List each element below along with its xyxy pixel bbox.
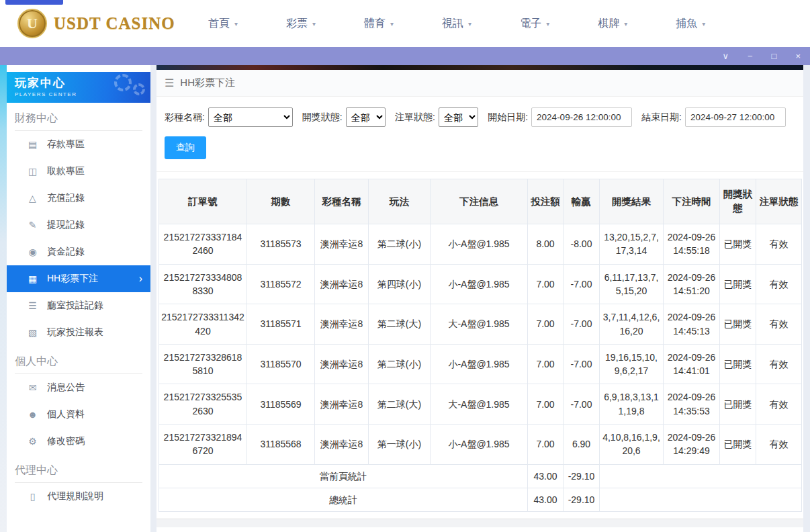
total-summary-winloss: -29.10 [564,488,600,511]
lottery-name-select[interactable]: 全部 [208,107,293,127]
sidebar-item-funds-record[interactable]: ◉資金記錄 [7,238,150,265]
table-cell: -7.00 [564,304,600,345]
table-cell: 2152172733311342420 [159,304,247,345]
total-summary-row: 總統計 43.00 -29.10 [159,488,802,511]
table-cell: 31185571 [247,304,315,345]
nav-item-sports[interactable]: 體育▾ [364,17,394,31]
table-header-row: 訂單號期數彩種名稱玩法下注信息投注額輸贏開獎結果下注時間開獎狀態注單狀態 [159,179,802,224]
table-cell: 小-A盤@1.985 [431,224,528,265]
announcement-icon: ✉ [27,382,38,393]
nav-item-slots[interactable]: 電子▾ [520,17,549,31]
nav-item-lottery[interactable]: 彩票▾ [286,17,316,31]
table-row: 215217273334808833031185572澳洲幸运8第四球(小)小-… [159,264,802,304]
window-minimize-icon[interactable]: − [748,52,753,60]
nav-item-video[interactable]: 視訊▾ [442,17,471,31]
query-button[interactable]: 查詢 [165,136,206,159]
chevron-down-icon: ▾ [624,20,627,28]
total-summary-empty [600,488,802,511]
table-cell: 有效 [756,425,802,465]
nav-item-label: 視訊 [442,17,463,31]
main-content: ☰ HH彩票下注 彩種名稱: 全部 開獎狀態: 全部 注單狀態: 全部 [156,65,803,532]
person-icon: ☻ [27,409,38,420]
sidebar-item-announcements[interactable]: ✉消息公告 [7,374,150,401]
end-date-input[interactable] [685,107,786,127]
sidebar-item-recharge-record[interactable]: △充值記錄 [7,185,150,212]
window-maximize-icon[interactable]: □ [772,52,777,60]
sidebar-item-label: 資金記錄 [47,246,85,258]
table-cell: 有效 [756,304,802,345]
table-cell: 31185568 [247,425,315,465]
table-row: 215217273321894672031185568澳洲幸运8第一球(小)小-… [159,425,802,465]
sidebar-item-withdrawal-record[interactable]: ✎提現記錄 [7,212,150,238]
column-header: 注單狀態 [756,179,802,224]
nav-item-home[interactable]: 首頁▾ [208,17,238,31]
table-cell: 2024-09-26 14:41:01 [664,344,720,384]
sidebar-item-label: 玩家投注報表 [47,326,103,339]
draw-status-select[interactable]: 全部 [346,107,386,127]
table-cell: 有效 [756,264,802,304]
table-cell: 已開獎 [720,344,756,384]
window-restore-down-icon[interactable]: ∨ [722,52,729,60]
chevron-down-icon: ▾ [546,20,549,28]
sidebar-item-agent-rules[interactable]: ▯代理規則說明 [7,483,150,510]
sidebar-item-withdraw[interactable]: ◫取款專區 [7,158,150,185]
order-status-select[interactable]: 全部 [439,107,478,127]
table-cell: 2024-09-26 14:29:49 [664,425,720,465]
page-summary-empty [600,464,802,488]
table-row: 215217273328618581031185570澳洲幸运8第二球(小)小-… [159,344,802,384]
start-date-input[interactable] [531,107,632,127]
gear-icon: ⚙ [27,436,38,447]
page-summary-label: 當前頁統計 [159,464,528,488]
nav-item-cards[interactable]: 棋牌▾ [598,17,627,31]
sidebar-subtitle: PLAYERS CENTER [15,91,142,97]
table-cell: 2024-09-26 14:51:20 [664,264,720,304]
table-summary: 當前頁統計 43.00 -29.10 總統計 43.00 -29.10 [159,464,802,512]
nav-item-label: 電子 [520,17,541,31]
table-cell: 4,10,8,16,1,9,20,6 [600,425,664,465]
table-cell: 已開獎 [720,384,756,425]
table-row: 215217273337184246031185573澳洲幸运8第二球(小)小-… [159,224,802,265]
column-header: 期數 [247,179,315,224]
sidebar-header: 玩家中心 PLAYERS CENTER [7,72,150,103]
sidebar-item-deposit[interactable]: ▤存款專區 [7,131,150,158]
table-cell: 第二球(小) [369,224,431,265]
table-cell: 2024-09-26 14:45:13 [664,304,720,345]
sidebar-item-profile[interactable]: ☻個人資料 [7,401,150,428]
sidebar-item-player-bet-report[interactable]: ▧玩家投注報表 [7,319,150,346]
column-header: 投注額 [528,179,564,224]
table-cell: 13,20,15,2,7,17,3,14 [600,224,664,265]
table-cell: 2152172733348088330 [159,264,247,304]
nav-item-label: 首頁 [208,17,230,31]
total-summary-bet: 43.00 [528,488,564,511]
recharge-record-icon: △ [27,193,38,204]
table-cell: 第二球(小) [369,344,431,384]
withdrawal-record-icon: ✎ [27,220,38,230]
nav-item-label: 體育 [364,17,386,31]
table-cell: 澳洲幸运8 [315,264,369,304]
table-cell: 31185570 [247,344,315,384]
chevron-down-icon: ▾ [234,20,238,28]
chevron-right-icon: › [139,273,142,285]
window-close-icon[interactable]: × [795,52,801,60]
bets-table: 訂單號期數彩種名稱玩法下注信息投注額輸贏開獎結果下注時間開獎狀態注單狀態 215… [159,179,802,512]
menu-toggle-icon[interactable]: ☰ [165,77,174,89]
poker-chip-icon [133,83,145,95]
sidebar-item-change-password[interactable]: ⚙修改密碼 [7,428,150,455]
breadcrumb: ☰ HH彩票下注 [156,70,803,97]
table-cell: -7.00 [564,264,600,304]
logo-icon: U [17,9,47,38]
table-cell: 澳洲幸运8 [315,425,369,465]
page-title: HH彩票下注 [180,77,235,89]
table-cell: 大-A盤@1.985 [431,384,528,425]
sidebar-item-hh-lottery-bets[interactable]: ▦HH彩票下注› [7,265,150,292]
sidebar-menu: 財務中心▤存款專區◫取款專區△充值記錄✎提現記錄◉資金記錄▦HH彩票下注›☰廳室… [7,103,150,510]
table-cell: 已開獎 [720,304,756,345]
top-navigation-bar: U USDT CASINO 首頁▾彩票▾體育▾視訊▾電子▾棋牌▾捕魚▾ [0,0,810,47]
main-nav: 首頁▾彩票▾體育▾視訊▾電子▾棋牌▾捕魚▾ [208,17,705,31]
sidebar-item-room-bet-record[interactable]: ☰廳室投註記錄 [7,292,150,319]
nav-item-label: 彩票 [286,17,308,31]
column-header: 開獎結果 [600,179,664,224]
browser-tab-strip [5,0,63,5]
nav-item-fishing[interactable]: 捕魚▾ [676,17,705,31]
table-cell: 已開獎 [720,264,756,304]
